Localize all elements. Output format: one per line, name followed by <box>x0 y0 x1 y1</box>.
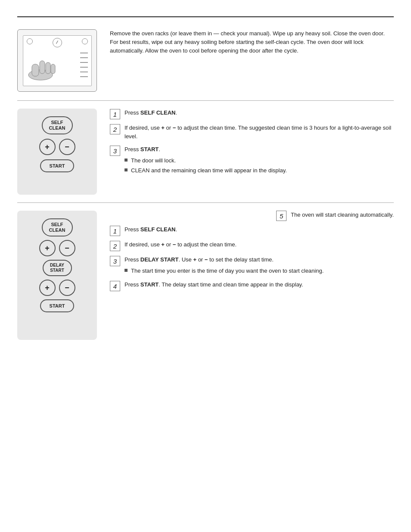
start-button-2[interactable]: START <box>40 299 75 312</box>
bullet-1: The door will lock. <box>125 156 394 165</box>
step2-3-row: 3 Press DELAY START. Use + or − to set t… <box>110 255 394 276</box>
steps-column-2: 1 Press SELF CLEAN. 2 If desired, use + … <box>110 225 394 293</box>
rack-line <box>80 72 88 72</box>
bullet-square <box>125 168 128 171</box>
bullet-2: CLEAN and the remaining clean time will … <box>125 166 394 175</box>
svg-rect-1 <box>32 64 39 76</box>
rack-line <box>80 76 88 77</box>
step-2-num: 2 <box>110 124 120 134</box>
svg-rect-2 <box>40 61 45 74</box>
step2-1-num: 1 <box>110 226 120 236</box>
plus-minus-row-1: + − <box>39 139 75 155</box>
bullet-square <box>125 159 128 162</box>
bullet-2-text: CLEAN and the remaining clean time will … <box>131 166 287 175</box>
self-clean-button-2[interactable]: SELFCLEAN <box>42 218 73 236</box>
step2-4-text: Press START. The delay start time and cl… <box>125 280 394 289</box>
bullet-square <box>125 269 128 272</box>
plus-button-1[interactable]: + <box>39 139 56 155</box>
step2-4-row: 4 Press START. The delay start time and … <box>110 280 394 291</box>
s2-bullet-1-text: The start time you enter is the time of … <box>131 267 324 275</box>
step-3-text: Press START. The door will lock. CLEAN a… <box>125 145 394 175</box>
top-description: Remove the oven racks (or leave them in … <box>110 29 394 55</box>
step2-2-text: If desired, use + or − to adjust the cle… <box>125 240 394 249</box>
oven-knob-right <box>82 38 88 44</box>
step2-3-num: 3 <box>110 256 120 266</box>
step-1-num: 1 <box>110 109 120 119</box>
control-panel-1: SELFCLEAN + − START <box>17 109 97 195</box>
section2-panel: SELFCLEAN + − DELAYSTART + − START 5 The… <box>17 202 394 348</box>
minus-button-1[interactable]: − <box>59 139 75 155</box>
svg-rect-4 <box>51 64 55 74</box>
rack-line <box>80 57 88 58</box>
hand-area <box>28 51 78 81</box>
step-2-row: 2 If desired, use + or − to adjust the c… <box>110 124 394 141</box>
plus-minus-row-3: + − <box>39 280 75 296</box>
rack-line <box>80 62 88 63</box>
plus-button-2[interactable]: + <box>39 240 56 256</box>
oven-inner <box>23 35 92 86</box>
step-1-row: 1 Press SELF CLEAN. <box>110 109 394 119</box>
step2-3-text: Press DELAY START. Use + or − to set the… <box>125 255 394 276</box>
svg-rect-3 <box>46 62 50 74</box>
step2-1-row: 1 Press SELF CLEAN. <box>110 225 394 236</box>
oven-racks <box>80 49 88 81</box>
bullet-1-text: The door will lock. <box>131 156 176 165</box>
control-panel-2: SELFCLEAN + − DELAYSTART + − START <box>17 211 97 340</box>
step-5-text: The oven will start cleaning automatical… <box>291 211 394 219</box>
oven-illustration <box>17 29 97 92</box>
step-3-row: 3 Press START. The door will lock. CLEAN… <box>110 145 394 175</box>
step2-2-row: 2 If desired, use + or − to adjust the c… <box>110 240 394 251</box>
section1-panel: SELFCLEAN + − START 1 Press SELF CLEAN. … <box>17 100 394 202</box>
oven-clock <box>53 38 62 47</box>
section2-content: 5 The oven will start cleaning automatic… <box>110 211 394 293</box>
rack-line <box>80 67 88 68</box>
step-5-num: 5 <box>276 211 286 221</box>
s2-bullet-1: The start time you enter is the time of … <box>125 267 394 275</box>
step5-container: 5 The oven will start cleaning automatic… <box>110 211 394 221</box>
delay-start-button[interactable]: DELAYSTART <box>43 260 72 276</box>
hand-svg <box>28 51 66 81</box>
top-divider <box>17 16 394 17</box>
steps-column-1: 1 Press SELF CLEAN. 2 If desired, use + … <box>110 109 394 177</box>
self-clean-button-1[interactable]: SELFCLEAN <box>42 116 73 134</box>
step-1-text: Press SELF CLEAN. <box>125 109 394 117</box>
start-button-1[interactable]: START <box>40 159 75 172</box>
plus-minus-row-2: + − <box>39 240 75 256</box>
step2-2-num: 2 <box>110 241 120 251</box>
plus-button-3[interactable]: + <box>39 280 56 296</box>
step-3-num: 3 <box>110 146 120 156</box>
minus-button-3[interactable]: − <box>59 280 75 296</box>
step2-4-num: 4 <box>110 281 120 291</box>
rack-line <box>80 53 88 53</box>
step2-1-text: Press SELF CLEAN. <box>125 225 394 234</box>
step5-row: 5 The oven will start cleaning automatic… <box>276 211 394 221</box>
top-section: Remove the oven racks (or leave them in … <box>17 25 394 100</box>
step-2-text: If desired, use + or − to adjust the cle… <box>125 124 394 141</box>
minus-button-2[interactable]: − <box>59 240 75 256</box>
oven-knob-left <box>27 38 33 44</box>
